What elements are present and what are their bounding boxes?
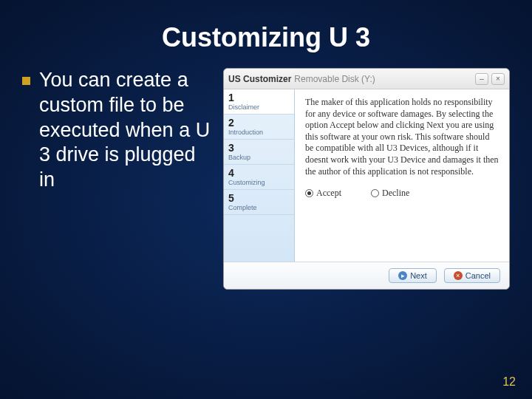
step-num: 5	[228, 192, 290, 204]
accept-radio[interactable]: Accept	[305, 188, 341, 199]
bullet-column: You can create a custom file to be execu…	[22, 68, 211, 290]
step-label: Complete	[228, 204, 290, 211]
step-label: Customizing	[228, 179, 290, 186]
close-button[interactable]: ×	[491, 73, 505, 85]
step-label: Disclaimer	[228, 103, 290, 111]
radio-icon	[371, 189, 379, 197]
step-num: 2	[228, 117, 290, 129]
next-button[interactable]: ▸ Next	[389, 268, 437, 283]
app-body: 1 Disclaimer 2 Introduction 3 Backup 4 C…	[224, 89, 509, 262]
bullet-marker-icon	[22, 77, 30, 85]
step-label: Backup	[228, 154, 290, 161]
page-number: 12	[502, 375, 516, 389]
window-controls: – ×	[475, 73, 505, 85]
step-5[interactable]: 5 Complete	[224, 190, 294, 215]
titlebar: US Customizer Removable Disk (Y:) – ×	[224, 69, 509, 89]
bullet-item: You can create a custom file to be execu…	[22, 68, 211, 193]
step-num: 3	[228, 142, 290, 154]
next-label: Next	[410, 271, 427, 280]
cancel-icon: ×	[454, 271, 463, 280]
minimize-button[interactable]: –	[475, 73, 488, 85]
step-2[interactable]: 2 Introduction	[224, 115, 294, 140]
cancel-button[interactable]: × Cancel	[444, 268, 500, 283]
step-num: 1	[228, 92, 290, 103]
step-4[interactable]: 4 Customizing	[224, 165, 294, 190]
radio-icon	[305, 189, 313, 197]
step-1[interactable]: 1 Disclaimer	[224, 89, 294, 115]
content-row: You can create a custom file to be execu…	[0, 68, 532, 290]
decline-label: Decline	[382, 188, 409, 199]
cancel-label: Cancel	[466, 271, 491, 280]
next-icon: ▸	[398, 271, 407, 280]
decline-radio[interactable]: Decline	[371, 188, 409, 199]
bullet-text: You can create a custom file to be execu…	[39, 68, 211, 193]
disclaimer-text: The maker of this application holds no r…	[305, 97, 499, 177]
accept-label: Accept	[316, 188, 341, 199]
step-3[interactable]: 3 Backup	[224, 140, 294, 165]
steps-pane: 1 Disclaimer 2 Introduction 3 Backup 4 C…	[224, 89, 295, 262]
content-pane: The maker of this application holds no r…	[295, 89, 509, 262]
step-label: Introduction	[228, 129, 290, 136]
app-window: US Customizer Removable Disk (Y:) – × 1 …	[223, 68, 510, 290]
slide-title: Customizing U 3	[0, 0, 532, 68]
button-bar: ▸ Next × Cancel	[224, 262, 509, 289]
window-subtitle: Removable Disk (Y:)	[294, 74, 375, 84]
step-num: 4	[228, 167, 290, 179]
window-title: US Customizer	[228, 74, 291, 84]
radio-row: Accept Decline	[305, 188, 499, 199]
